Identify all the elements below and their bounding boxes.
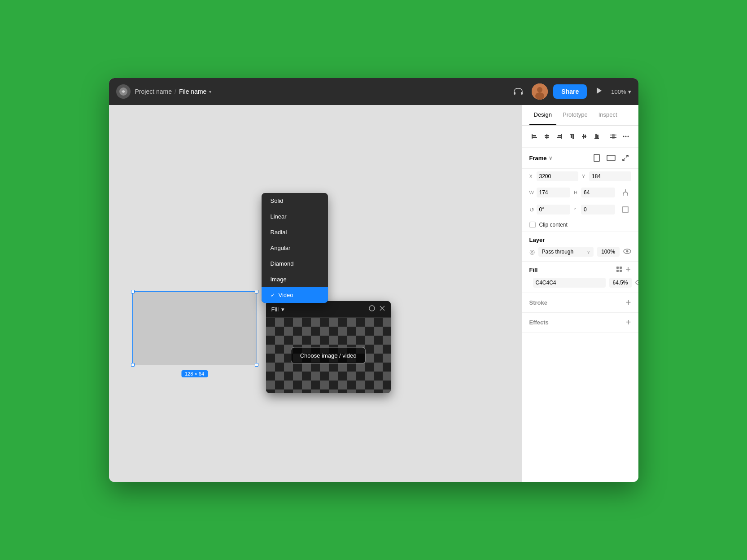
svg-point-33 (627, 136, 629, 137)
dropdown-item-diamond[interactable]: Diamond (262, 256, 328, 271)
stroke-section-header: Stroke + (529, 298, 631, 308)
rotation-input[interactable] (537, 205, 571, 214)
align-right-button[interactable] (554, 130, 565, 143)
svg-rect-19 (570, 134, 574, 135)
align-left-button[interactable] (529, 130, 540, 143)
avatar[interactable] (532, 83, 548, 100)
effects-section: Effects + (522, 313, 638, 332)
opacity-input[interactable] (597, 247, 620, 257)
breadcrumb: Project name / File name ▾ (135, 88, 511, 95)
h-field: H (574, 187, 615, 198)
svg-rect-10 (532, 134, 533, 139)
fill-hex-input[interactable] (533, 278, 606, 288)
fill-popup-shape-icon[interactable] (368, 305, 376, 314)
zoom-control[interactable]: 100% ▾ (611, 88, 631, 95)
stroke-section: Stroke + (522, 293, 638, 313)
app-window: Project name / File name ▾ (109, 78, 638, 482)
svg-point-5 (535, 92, 544, 100)
frame-resize-icon[interactable] (620, 152, 631, 164)
y-field: Y (582, 171, 631, 181)
x-input[interactable] (537, 171, 579, 181)
svg-rect-24 (585, 135, 586, 138)
dropdown-item-radial-label: Radial (271, 229, 287, 236)
resize-handle-tr[interactable] (255, 290, 258, 293)
svg-rect-26 (595, 134, 597, 138)
svg-point-46 (638, 282, 638, 284)
zoom-level: 100% (611, 88, 626, 95)
dropdown-item-diamond-label: Diamond (271, 260, 294, 267)
frame-portrait-icon[interactable] (591, 152, 603, 164)
blend-mode-select[interactable]: Pass through ∨ (538, 247, 594, 257)
tab-inspect[interactable]: Inspect (594, 105, 622, 125)
play-button[interactable] (592, 85, 606, 98)
corner-field: ◜ (574, 204, 615, 215)
tab-design[interactable]: Design (529, 105, 556, 125)
fill-popup-label: Fill ▾ (271, 306, 368, 313)
filename-dropdown-arrow[interactable]: ▾ (209, 89, 211, 94)
svg-point-32 (625, 136, 626, 137)
dropdown-item-angular[interactable]: Angular (262, 240, 328, 256)
svg-point-31 (623, 136, 624, 137)
dropdown-item-radial[interactable]: Radial (262, 224, 328, 240)
resize-handle-tl[interactable] (131, 290, 135, 293)
svg-rect-20 (571, 135, 572, 138)
more-align-button[interactable] (620, 130, 631, 143)
tab-prototype[interactable]: Prototype (558, 105, 592, 125)
visibility-button[interactable] (623, 248, 631, 256)
w-input[interactable] (537, 188, 571, 197)
rotation-corner-row: ↺ ◜ (522, 201, 638, 218)
distribute-button[interactable] (608, 130, 619, 143)
svg-rect-11 (533, 135, 536, 136)
svg-rect-12 (533, 137, 537, 138)
fill-add-button[interactable] (625, 266, 631, 274)
svg-rect-17 (558, 135, 561, 136)
constrain-proportions-button[interactable] (620, 187, 631, 198)
stroke-add-button[interactable]: + (626, 298, 631, 308)
fill-popup-close-icon[interactable] (379, 305, 385, 313)
fill-visibility-button[interactable] (635, 279, 638, 286)
panel-tabs: Design Prototype Inspect (522, 105, 638, 126)
check-icon: ✓ (271, 292, 275, 298)
align-center-v-button[interactable] (579, 130, 590, 143)
fill-item-row: − (529, 277, 631, 288)
choose-media-button[interactable]: Choose image / video (291, 347, 366, 364)
y-label: Y (582, 174, 587, 179)
canvas-selected-element[interactable]: 128 × 64 (132, 291, 257, 365)
effects-add-button[interactable]: + (626, 317, 631, 328)
resize-handle-br[interactable] (255, 363, 258, 367)
svg-rect-40 (620, 267, 622, 269)
fill-opacity-input[interactable] (609, 278, 632, 288)
dropdown-item-video-label: Video (279, 292, 293, 298)
frame-section-header: Frame ∨ (522, 148, 638, 169)
clip-content-checkbox[interactable] (529, 222, 536, 228)
dropdown-item-video[interactable]: ✓ Video (262, 287, 328, 303)
corner-type-button[interactable] (620, 204, 631, 215)
dropdown-item-linear[interactable]: Linear (262, 209, 328, 224)
w-field: W (529, 187, 571, 198)
svg-rect-35 (607, 155, 615, 161)
svg-rect-14 (545, 135, 549, 136)
main-content: 128 × 64 Solid Linear Radial Angular Dia… (109, 105, 638, 482)
project-name: Project name (135, 88, 172, 95)
y-input[interactable] (589, 171, 631, 181)
align-center-h-button[interactable] (542, 130, 552, 143)
headphones-button[interactable] (510, 83, 526, 100)
svg-marker-6 (597, 88, 602, 94)
frame-landscape-icon[interactable] (605, 152, 617, 164)
svg-rect-34 (594, 154, 599, 162)
fill-type-dropdown: Solid Linear Radial Angular Diamond Imag… (262, 193, 328, 303)
align-top-button[interactable] (567, 130, 577, 143)
w-label: W (529, 190, 535, 195)
corner-input[interactable] (581, 205, 615, 214)
fill-popup-dropdown-arrow[interactable]: ▾ (281, 306, 284, 313)
x-field: X (529, 171, 579, 181)
align-bottom-button[interactable] (591, 130, 602, 143)
fill-grid-icon[interactable] (616, 266, 622, 274)
resize-handle-bl[interactable] (131, 363, 135, 367)
dropdown-item-image[interactable]: Image (262, 271, 328, 287)
dropdown-item-solid[interactable]: Solid (262, 193, 328, 209)
h-input[interactable] (581, 188, 615, 197)
share-button[interactable]: Share (553, 84, 587, 99)
file-name[interactable]: File name (179, 88, 206, 95)
frame-dropdown-arrow[interactable]: ∨ (549, 155, 552, 161)
